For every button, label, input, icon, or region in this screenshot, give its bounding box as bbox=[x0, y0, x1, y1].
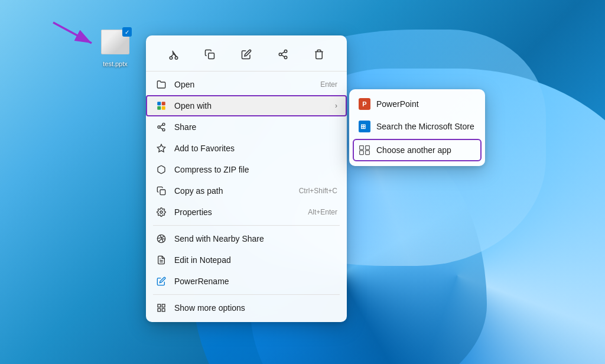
powerrename-label: PowerRename bbox=[174, 277, 337, 286]
svg-line-34 bbox=[160, 128, 163, 129]
svg-rect-28 bbox=[366, 146, 370, 150]
menu-item-open-with[interactable]: Open with › P PowerPoint ⊞ Search the Mi… bbox=[146, 95, 347, 116]
file-thumbnail: PPTX ✓ bbox=[101, 30, 129, 58]
svg-marker-36 bbox=[157, 144, 165, 152]
svg-rect-7 bbox=[105, 42, 123, 43]
svg-rect-15 bbox=[209, 53, 214, 59]
properties-label: Properties bbox=[174, 207, 303, 217]
svg-rect-45 bbox=[158, 308, 161, 311]
separator-1 bbox=[153, 225, 340, 226]
copypath-icon bbox=[155, 185, 167, 197]
svg-text:⊞: ⊞ bbox=[360, 123, 366, 130]
powerpoint-label: PowerPoint bbox=[376, 99, 419, 109]
menu-item-add-favorites[interactable]: Add to Favorites bbox=[146, 138, 347, 159]
svg-rect-30 bbox=[366, 151, 370, 155]
notepad-label: Edit in Notepad bbox=[174, 255, 337, 265]
zip-icon bbox=[155, 164, 167, 176]
file-checkbox: ✓ bbox=[122, 27, 132, 37]
menu-item-open[interactable]: Open Enter bbox=[146, 74, 347, 95]
cut-button[interactable] bbox=[163, 44, 184, 65]
submenu-item-choose-another[interactable]: Choose another app bbox=[353, 139, 482, 161]
compress-label: Compress to ZIP file bbox=[174, 165, 337, 174]
store-icon: ⊞ bbox=[359, 121, 370, 132]
svg-point-31 bbox=[162, 123, 165, 125]
submenu-item-store[interactable]: ⊞ Search the Microsoft Store bbox=[349, 115, 485, 138]
rename-button[interactable] bbox=[236, 44, 257, 65]
svg-point-18 bbox=[284, 56, 287, 59]
powerpoint-icon: P bbox=[359, 98, 370, 110]
open-shortcut: Enter bbox=[320, 80, 337, 89]
svg-line-12 bbox=[171, 54, 174, 57]
more-icon bbox=[155, 302, 167, 314]
svg-line-35 bbox=[160, 125, 163, 126]
more-options-label: Show more options bbox=[174, 303, 337, 313]
share-label: Share bbox=[174, 122, 337, 132]
menu-item-compress[interactable]: Compress to ZIP file bbox=[146, 159, 347, 180]
file-label: test.pptx bbox=[103, 60, 128, 67]
svg-rect-43 bbox=[162, 304, 165, 307]
properties-shortcut: Alt+Enter bbox=[308, 208, 337, 216]
open-label: Open bbox=[174, 80, 315, 89]
powerrename-icon bbox=[155, 275, 167, 287]
menu-item-copy-path[interactable]: Copy as path Ctrl+Shift+C bbox=[146, 180, 347, 202]
menu-item-share[interactable]: Share bbox=[146, 116, 347, 138]
svg-rect-8 bbox=[102, 49, 129, 54]
context-toolbar bbox=[146, 39, 347, 72]
submenu-open-with: P PowerPoint ⊞ Search the Microsoft Stor… bbox=[349, 89, 485, 166]
open-with-arrow: › bbox=[335, 102, 337, 110]
star-icon bbox=[155, 142, 167, 154]
menu-item-properties[interactable]: Properties Alt+Enter bbox=[146, 202, 347, 223]
svg-text:PPTX: PPTX bbox=[104, 51, 115, 54]
svg-rect-27 bbox=[360, 146, 364, 150]
svg-point-38 bbox=[160, 211, 162, 213]
svg-point-32 bbox=[158, 126, 160, 128]
open-with-label: Open with bbox=[174, 101, 330, 110]
svg-rect-5 bbox=[105, 37, 122, 38]
copy-path-label: Copy as path bbox=[174, 186, 294, 196]
file-icon[interactable]: PPTX ✓ test.pptx bbox=[92, 30, 139, 67]
svg-line-1 bbox=[53, 22, 92, 43]
properties-icon bbox=[155, 206, 167, 218]
menu-item-nearby-share[interactable]: Send with Nearby Share bbox=[146, 228, 347, 249]
copy-path-shortcut: Ctrl+Shift+C bbox=[299, 187, 337, 195]
submenu-item-powerpoint[interactable]: P PowerPoint bbox=[349, 93, 485, 115]
openwith-icon bbox=[155, 100, 167, 112]
share-toolbar-button[interactable] bbox=[272, 44, 294, 65]
open-icon bbox=[155, 79, 167, 90]
delete-button[interactable] bbox=[308, 44, 330, 65]
svg-rect-23 bbox=[157, 106, 161, 110]
share-icon bbox=[155, 121, 167, 133]
svg-rect-37 bbox=[160, 190, 165, 195]
svg-rect-42 bbox=[158, 304, 161, 307]
notepad-icon bbox=[155, 254, 167, 266]
menu-item-more-options[interactable]: Show more options bbox=[146, 297, 347, 318]
svg-rect-29 bbox=[360, 151, 364, 155]
add-favorites-label: Add to Favorites bbox=[174, 144, 337, 153]
menu-item-powerrename[interactable]: PowerRename bbox=[146, 271, 347, 292]
store-label: Search the Microsoft Store bbox=[376, 122, 474, 131]
menu-item-notepad[interactable]: Edit in Notepad bbox=[146, 249, 347, 271]
svg-line-20 bbox=[281, 52, 284, 54]
svg-point-17 bbox=[279, 53, 282, 56]
choose-icon bbox=[359, 144, 370, 156]
nearby-icon bbox=[155, 233, 167, 245]
svg-point-33 bbox=[162, 129, 165, 131]
context-menu: Open Enter Open with › P PowerPoint bbox=[146, 35, 347, 322]
svg-point-11 bbox=[175, 57, 178, 60]
copy-button[interactable] bbox=[199, 44, 220, 65]
svg-rect-21 bbox=[157, 102, 161, 105]
nearby-share-label: Send with Nearby Share bbox=[174, 234, 337, 243]
svg-rect-44 bbox=[162, 308, 165, 311]
svg-point-10 bbox=[170, 57, 173, 60]
choose-another-label: Choose another app bbox=[376, 145, 451, 155]
svg-line-19 bbox=[281, 55, 284, 57]
svg-point-16 bbox=[284, 50, 287, 53]
svg-rect-22 bbox=[162, 102, 165, 105]
svg-rect-6 bbox=[105, 40, 119, 41]
separator-2 bbox=[153, 294, 340, 295]
svg-rect-24 bbox=[162, 106, 165, 110]
